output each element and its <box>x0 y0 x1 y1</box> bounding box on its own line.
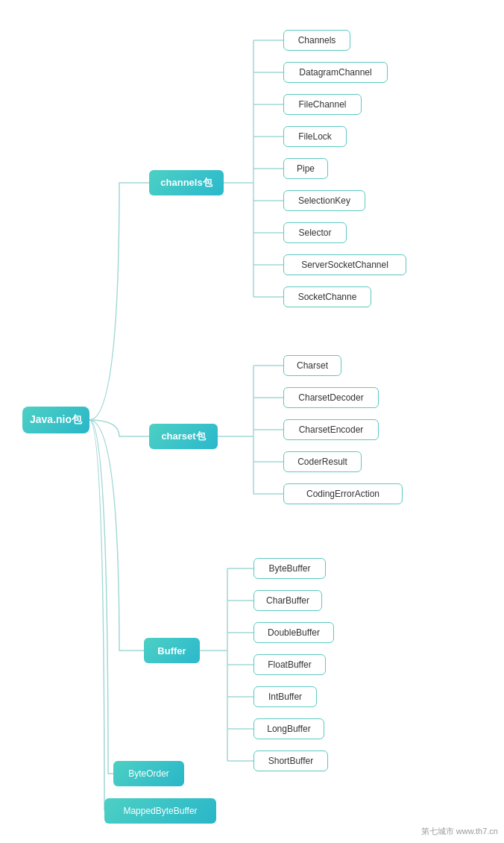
charset-item-1: CharsetDecoder <box>283 387 379 408</box>
channels-item-5: SelectionKey <box>283 190 365 211</box>
buffer-item-0: ByteBuffer <box>253 558 326 579</box>
buffer-item-6: ShortBuffer <box>253 750 328 771</box>
buffer-label: Buffer <box>157 645 186 656</box>
mappedbytebuffer-node: MappedByteBuffer <box>104 798 216 824</box>
charset-label: charset包 <box>161 430 205 443</box>
channels-item-3: FileLock <box>283 126 347 147</box>
buffer-item-2: DoubleBuffer <box>253 622 334 643</box>
buffer-item-1: CharBuffer <box>253 590 322 611</box>
channels-item-6: Selector <box>283 222 347 243</box>
watermark: 第七城市 www.th7.cn <box>421 826 498 837</box>
charset-item-4: CodingErrorAction <box>283 483 403 504</box>
root-label: Java.nio包 <box>30 413 82 427</box>
buffer-item-5: LongBuffer <box>253 718 324 739</box>
channels-item-7: ServerSocketChannel <box>283 254 406 275</box>
byteorder-node: ByteOrder <box>113 761 184 786</box>
channels-item-2: FileChannel <box>283 94 362 115</box>
channels-item-8: SocketChanne <box>283 286 371 307</box>
charset-item-2: CharsetEncoder <box>283 419 379 440</box>
channels-item-0: Channels <box>283 30 350 51</box>
mappedbytebuffer-label: MappedByteBuffer <box>123 806 197 816</box>
root-node: Java.nio包 <box>22 407 89 433</box>
channels-item-4: Pipe <box>283 158 328 179</box>
watermark-text: 第七城市 www.th7.cn <box>421 827 498 836</box>
channels-node: channels包 <box>149 170 224 195</box>
buffer-node: Buffer <box>144 638 200 663</box>
mind-map-container: Java.nio包 channels包 charset包 Buffer Byte… <box>0 0 504 843</box>
channels-item-1: DatagramChannel <box>283 62 388 83</box>
charset-item-3: CoderResult <box>283 451 362 472</box>
channels-label: channels包 <box>160 176 212 189</box>
buffer-item-3: FloatBuffer <box>253 654 326 675</box>
charset-node: charset包 <box>149 424 218 449</box>
byteorder-label: ByteOrder <box>128 768 169 779</box>
charset-item-0: Charset <box>283 355 341 376</box>
buffer-item-4: IntBuffer <box>253 686 317 707</box>
